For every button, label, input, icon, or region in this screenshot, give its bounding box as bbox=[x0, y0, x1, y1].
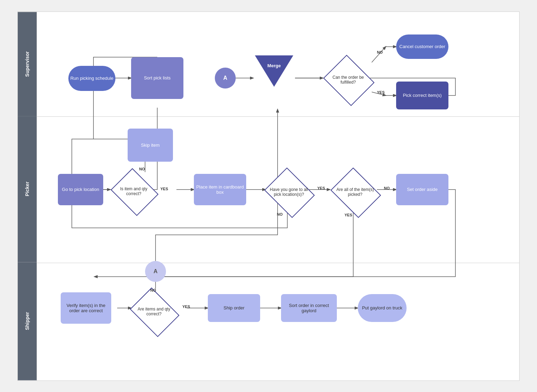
diagram-container: Supervisor Picker Shipper bbox=[17, 11, 520, 381]
is-item-qty-diamond: Is item and qty correct? bbox=[108, 170, 159, 212]
picker-label: Picker bbox=[18, 116, 37, 262]
put-gaylord-shape: Put gaylord on truck bbox=[358, 294, 407, 322]
all-items-picked-diamond: Are all of the item(s) picked? bbox=[328, 170, 382, 214]
yes-label-4: YES bbox=[345, 213, 352, 217]
divider-2 bbox=[37, 263, 519, 263]
yes-label-5: YES bbox=[182, 305, 190, 309]
merge-shape: Merge bbox=[255, 55, 293, 87]
circle-a-bottom: A bbox=[145, 261, 166, 282]
circle-a-top: A bbox=[215, 68, 236, 89]
set-order-aside-shape: Set order aside bbox=[396, 174, 448, 205]
pick-correct-shape: Pick correct item(s) bbox=[396, 82, 448, 109]
no-label-5: NO bbox=[150, 288, 156, 292]
verify-items-shape: Verify item(s) in the order are correct bbox=[61, 292, 111, 324]
skip-item-shape: Skip item bbox=[128, 129, 173, 162]
run-picking-shape: Run picking schedule bbox=[68, 66, 115, 91]
sort-gaylord-shape: Sort order in correct gaylord bbox=[281, 294, 337, 322]
place-item-shape: Place item in cardboard box bbox=[194, 174, 246, 205]
shipper-label: Shipper bbox=[18, 262, 37, 380]
divider-1 bbox=[37, 116, 519, 117]
no-label-4: NO bbox=[384, 186, 390, 190]
are-items-qty-diamond: Are items and qty correct? bbox=[127, 291, 181, 332]
yes-label-1: YES bbox=[377, 90, 385, 94]
ship-order-shape: Ship order bbox=[208, 294, 260, 322]
go-to-pick-shape: Go to pick location bbox=[58, 174, 103, 205]
no-label-1: NO bbox=[377, 50, 383, 54]
no-label-3: NO bbox=[277, 212, 283, 216]
supervisor-label: Supervisor bbox=[18, 12, 37, 116]
gone-to-all-diamond: Have you gone to all pick location(s)? bbox=[262, 170, 316, 214]
yes-label-3: YES bbox=[317, 186, 325, 190]
yes-label-2: YES bbox=[160, 187, 168, 191]
swim-lane-labels: Supervisor Picker Shipper bbox=[18, 12, 37, 381]
cancel-order-shape: Cancel customer order bbox=[396, 34, 448, 59]
no-label-2: NO bbox=[139, 167, 145, 171]
can-order-diamond: Can the order be fulfilled? bbox=[321, 57, 375, 102]
sort-pick-lists-shape: Sort pick lists bbox=[131, 57, 183, 99]
diagram-area: Run picking schedule Sort pick lists A M… bbox=[37, 12, 519, 381]
